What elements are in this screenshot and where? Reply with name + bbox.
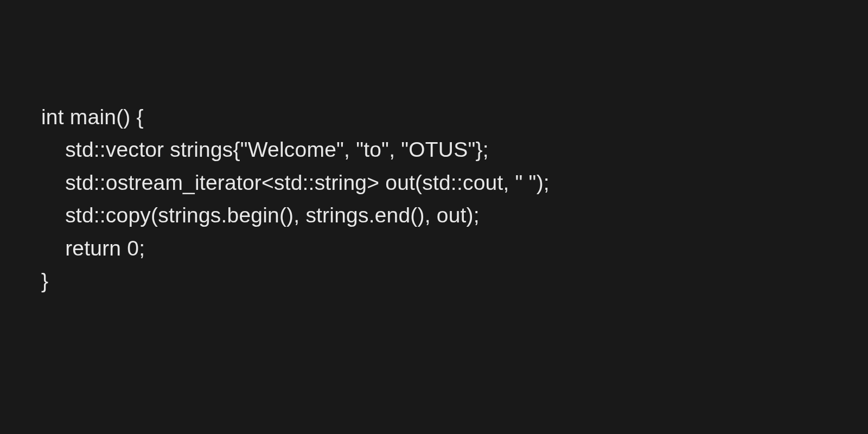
- code-line-4: std::copy(strings.begin(), strings.end()…: [41, 203, 480, 227]
- code-line-2: std::vector strings{"Welcome", "to", "OT…: [41, 138, 489, 161]
- code-line-1: int main() {: [41, 105, 144, 129]
- code-line-6: }: [41, 269, 48, 292]
- code-snippet: int main() { std::vector strings{"Welcom…: [0, 0, 868, 298]
- code-line-5: return 0;: [41, 237, 145, 260]
- code-line-3: std::ostream_iterator<std::string> out(s…: [41, 171, 550, 194]
